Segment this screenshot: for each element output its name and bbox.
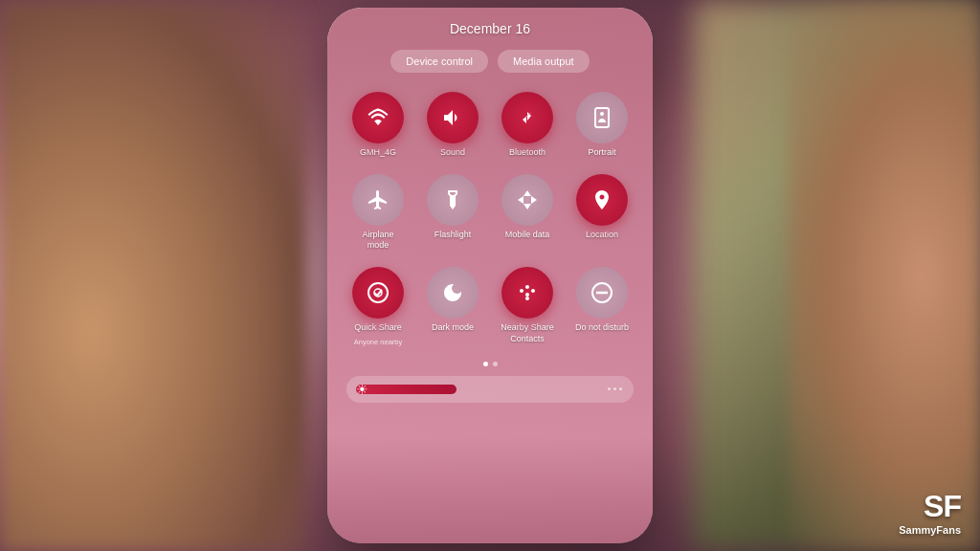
toggle-item-sound: Sound bbox=[417, 86, 488, 165]
device-control-button[interactable]: Device control bbox=[390, 50, 488, 73]
pagination-dot-2 bbox=[493, 362, 498, 366]
toggle-button-nearbyshare[interactable] bbox=[501, 267, 553, 319]
toggle-item-darkmode: Dark mode bbox=[417, 261, 488, 352]
toggle-label-wifi: GMH_4G bbox=[360, 147, 396, 159]
toggle-label-bluetooth: Bluetooth bbox=[509, 147, 546, 159]
brightness-fill bbox=[356, 385, 457, 394]
brightness-icon: ☀ bbox=[356, 382, 368, 397]
pagination-dot-1 bbox=[483, 362, 488, 366]
control-buttons-row: Device control Media output bbox=[327, 44, 653, 82]
toggle-label-airplane: Airplane mode bbox=[350, 230, 406, 252]
toggle-item-mobiledata: Mobile data bbox=[492, 168, 563, 257]
sf-watermark: SF SammyFans bbox=[899, 489, 961, 536]
sf-logo: SF bbox=[899, 489, 961, 524]
toggle-button-donotdisturb[interactable] bbox=[576, 267, 628, 319]
toggle-button-portrait[interactable] bbox=[576, 92, 628, 143]
toggle-item-flashlight: Flashlight bbox=[417, 168, 488, 257]
toggle-label-portrait: Portrait bbox=[588, 147, 615, 159]
phone-screen: December 16 Device control Media output … bbox=[327, 8, 653, 543]
brightness-options bbox=[608, 387, 622, 390]
date-display: December 16 bbox=[327, 8, 653, 44]
svg-point-1 bbox=[600, 112, 604, 116]
toggle-item-airplane: Airplane mode bbox=[343, 168, 413, 257]
toggle-label-sound: Sound bbox=[440, 147, 465, 159]
toggle-item-bluetooth: Bluetooth bbox=[492, 86, 563, 165]
toggle-label-mobiledata: Mobile data bbox=[505, 230, 550, 241]
brightness-bar[interactable]: ☀ bbox=[346, 376, 634, 403]
toggle-item-portrait: Portrait bbox=[567, 86, 637, 165]
toggle-button-airplane[interactable] bbox=[352, 174, 404, 226]
svg-rect-0 bbox=[595, 108, 609, 127]
toggle-button-flashlight[interactable] bbox=[427, 174, 479, 226]
toggle-item-location: Location bbox=[567, 168, 637, 257]
toggle-button-sound[interactable] bbox=[427, 92, 479, 143]
toggle-label-flashlight: Flashlight bbox=[434, 230, 472, 241]
hand-left bbox=[0, 0, 306, 551]
pagination-dots bbox=[327, 356, 653, 372]
toggle-item-wifi: GMH_4G bbox=[343, 86, 413, 165]
toggle-button-darkmode[interactable] bbox=[427, 267, 479, 319]
toggle-item-donotdisturb: Do not disturb bbox=[567, 261, 637, 352]
toggle-label-location: Location bbox=[586, 230, 618, 241]
svg-point-2 bbox=[368, 283, 388, 302]
toggle-button-location[interactable] bbox=[576, 174, 628, 226]
toggle-button-bluetooth[interactable] bbox=[501, 92, 553, 143]
toggle-label-nearbyshare: Nearby Share Contacts bbox=[500, 322, 555, 344]
toggle-button-wifi[interactable] bbox=[352, 92, 404, 143]
toggle-button-quickshare[interactable] bbox=[352, 267, 404, 319]
sf-label: SammyFans bbox=[899, 524, 961, 536]
toggle-sublabel-quickshare: Anyone nearby bbox=[354, 338, 402, 346]
toggle-item-nearbyshare: Nearby Share Contacts bbox=[492, 261, 563, 352]
hand-right bbox=[789, 0, 980, 551]
toggle-label-darkmode: Dark mode bbox=[432, 322, 474, 334]
toggle-label-quickshare: Quick Share bbox=[354, 322, 402, 334]
quick-toggle-grid: GMH_4GSoundBluetoothPortraitAirplane mod… bbox=[327, 82, 653, 356]
toggle-label-donotdisturb: Do not disturb bbox=[575, 322, 629, 334]
date-text: December 16 bbox=[450, 21, 530, 36]
media-output-button[interactable]: Media output bbox=[498, 50, 590, 73]
phone-body: December 16 Device control Media output … bbox=[327, 8, 653, 543]
toggle-button-mobiledata[interactable] bbox=[501, 174, 553, 226]
toggle-item-quickshare: Quick ShareAnyone nearby bbox=[343, 261, 413, 352]
